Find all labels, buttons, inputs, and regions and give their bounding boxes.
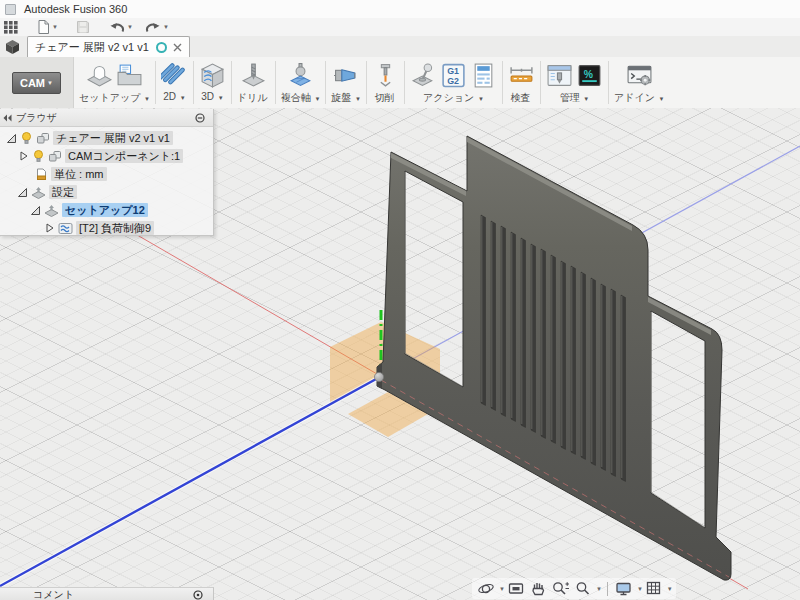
pan-icon[interactable]: [529, 580, 547, 597]
data-panel-cube-icon[interactable]: [4, 38, 21, 59]
expander-open-icon[interactable]: [30, 204, 41, 216]
setup-sheet-icon[interactable]: [470, 62, 497, 89]
z-axis-blue-bold-line: [0, 378, 378, 586]
fit-zoom-window-icon[interactable]: [574, 580, 592, 597]
inspect-icon[interactable]: [508, 62, 535, 89]
tree-item-label[interactable]: [T2] 負荷制御9: [76, 221, 154, 235]
visibility-bulb-icon[interactable]: [32, 149, 45, 163]
undo-caret-icon[interactable]: ▼: [127, 24, 133, 30]
app-logo-icon: [5, 4, 16, 15]
look-at-icon[interactable]: [507, 580, 525, 597]
comments-panel[interactable]: コメント: [0, 587, 214, 600]
tool-library-icon[interactable]: [546, 62, 573, 89]
tree-item-label[interactable]: チェアー 展開 v2 v1 v1: [53, 131, 173, 145]
navbar-separator: [607, 582, 608, 596]
file-menu-icon[interactable]: [37, 19, 50, 35]
orbit-caret-icon[interactable]: ▼: [499, 586, 505, 592]
grid-settings-icon[interactable]: [645, 580, 663, 597]
ribbon-group-setup: セットアップ ▼: [74, 57, 155, 108]
ribbon-group-addins: アドイン ▼: [609, 57, 670, 108]
ribbon-group-label[interactable]: セットアップ ▼: [79, 91, 150, 105]
ribbon-group-label[interactable]: アドイン ▼: [614, 91, 665, 105]
document-tab[interactable]: チェアー 展開 v2 v1 v1: [27, 36, 190, 57]
origin-point[interactable]: [374, 372, 383, 381]
setup-icon[interactable]: [86, 62, 113, 89]
expander-closed-icon[interactable]: [18, 150, 29, 162]
view-navigation-bar: ▼ ▼ ▼ ▼: [472, 578, 676, 599]
zoom-caret-icon[interactable]: ▼: [596, 586, 602, 592]
tree-item-label[interactable]: 単位 : mm: [51, 167, 107, 181]
quick-access-toolbar: ▼ ▼ ▼: [0, 18, 800, 36]
workspace-caret-icon: ▼: [47, 80, 53, 86]
display-settings-icon[interactable]: [615, 580, 633, 597]
expander-open-icon[interactable]: [6, 132, 17, 144]
multi-axis-icon[interactable]: [287, 62, 314, 89]
browser-tree: チェアー 展開 v2 v1 v1 CAMコンポーネント:1 単位 : mm 設定: [0, 127, 213, 237]
tree-row-cam-component[interactable]: CAMコンポーネント:1: [0, 147, 213, 165]
setups-folder-icon: [31, 186, 46, 199]
tree-row-units[interactable]: 単位 : mm: [0, 165, 213, 183]
redo-icon[interactable]: [145, 19, 161, 35]
machining-time-icon[interactable]: %: [576, 62, 603, 89]
svg-text:G1: G1: [447, 65, 459, 75]
ribbon-group-label[interactable]: 3D ▼: [201, 91, 223, 102]
browser-title: ブラウザ: [16, 111, 57, 125]
ribbon-group-turning: 旋盤 ▼: [326, 57, 366, 108]
ribbon-group-inspect: 検査: [503, 57, 540, 108]
unsaved-indicator-icon: [156, 42, 167, 53]
ribbon-group-label[interactable]: 2D ▼: [163, 91, 185, 102]
3d-milling-icon[interactable]: [199, 62, 226, 89]
ribbon-group-3d: 3D ▼: [194, 57, 231, 108]
ribbon-group-actions: G1 G2 アクション ▼: [405, 57, 502, 108]
toolpath-icon: [58, 222, 73, 235]
new-folder-setup-icon[interactable]: [116, 62, 143, 89]
panel-collapse-icon[interactable]: [3, 114, 12, 122]
add-ins-icon[interactable]: [626, 62, 653, 89]
comments-options-icon[interactable]: [193, 590, 203, 600]
turning-icon[interactable]: [333, 62, 360, 89]
drill-icon[interactable]: [240, 62, 267, 89]
redo-caret-icon[interactable]: ▼: [163, 24, 169, 30]
ribbon-group-cutting: 切削: [367, 57, 404, 108]
undo-icon[interactable]: [109, 19, 125, 35]
tree-row-operation[interactable]: [T2] 負荷制御9: [0, 219, 213, 237]
setup-item-icon: [44, 204, 59, 217]
expander-open-icon[interactable]: [17, 186, 28, 198]
app-title: Autodesk Fusion 360: [24, 3, 127, 15]
tab-close-icon[interactable]: [173, 43, 182, 52]
orbit-icon[interactable]: [477, 580, 495, 597]
tree-row-settings[interactable]: 設定: [0, 183, 213, 201]
workspace-switcher-button[interactable]: CAM ▼: [12, 72, 61, 94]
file-menu-caret-icon[interactable]: ▼: [52, 24, 58, 30]
2d-milling-icon[interactable]: [161, 62, 188, 89]
ribbon-group-label[interactable]: アクション ▼: [423, 91, 484, 105]
title-bar: Autodesk Fusion 360: [0, 0, 800, 19]
tree-row-root[interactable]: チェアー 展開 v2 v1 v1: [0, 129, 213, 147]
tree-item-label-selected[interactable]: セットアップ12: [62, 203, 148, 217]
workspace-section: CAM ▼: [0, 57, 74, 108]
ribbon-group-drill: ドリル: [232, 57, 275, 108]
cutting-icon[interactable]: [372, 62, 399, 89]
tree-item-label[interactable]: 設定: [49, 185, 77, 199]
ribbon-group-label[interactable]: 複合軸 ▼: [281, 91, 321, 105]
app-grid-icon[interactable]: [3, 19, 19, 35]
post-process-icon[interactable]: G1 G2: [440, 62, 467, 89]
browser-options-icon[interactable]: [195, 113, 205, 123]
fusion-360-window: Autodesk Fusion 360 ▼ ▼ ▼: [0, 0, 800, 600]
save-icon[interactable]: [76, 19, 90, 35]
simulate-icon[interactable]: [410, 62, 437, 89]
tree-row-setup12[interactable]: セットアップ12: [0, 201, 213, 219]
display-caret-icon[interactable]: ▼: [637, 586, 643, 592]
ribbon-group-label[interactable]: 旋盤 ▼: [331, 91, 361, 105]
ribbon-group-label[interactable]: 切削: [374, 91, 396, 105]
zoom-icon[interactable]: [551, 580, 570, 597]
expander-closed-icon[interactable]: [44, 222, 55, 234]
ribbon-group-label[interactable]: ドリル: [237, 91, 270, 105]
ribbon-group-label[interactable]: 管理 ▼: [560, 91, 590, 105]
units-document-icon: [35, 168, 48, 181]
grid-caret-icon[interactable]: ▼: [667, 586, 673, 592]
tree-item-label[interactable]: CAMコンポーネント:1: [65, 149, 183, 163]
ribbon-group-label[interactable]: 検査: [510, 91, 532, 105]
svg-text:G2: G2: [447, 75, 459, 85]
visibility-bulb-icon[interactable]: [20, 131, 33, 145]
